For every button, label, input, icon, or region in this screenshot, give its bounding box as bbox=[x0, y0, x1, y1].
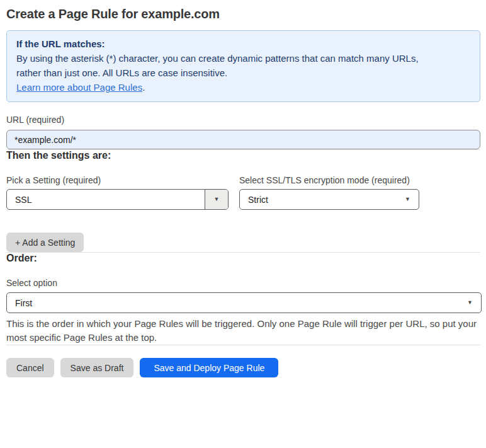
order-help-line: most specific Page Rules at the top. bbox=[6, 332, 157, 343]
setting-select-value: SSL bbox=[7, 195, 205, 205]
chevron-down-icon: ▼ bbox=[214, 197, 220, 202]
info-box-body-line: rather than just one. All URLs are case … bbox=[16, 66, 470, 80]
url-field-label: URL (required) bbox=[6, 115, 480, 125]
add-setting-button[interactable]: + Add a Setting bbox=[6, 233, 84, 252]
chevron-down-icon: ▼ bbox=[467, 300, 481, 306]
create-page-rule-form: Create a Page Rule for example.com If th… bbox=[0, 0, 486, 377]
ssl-mode-select[interactable]: Strict ▼ bbox=[239, 189, 419, 210]
setting-select-arrow-button[interactable]: ▼ bbox=[205, 190, 228, 209]
order-select-value: First bbox=[7, 298, 467, 308]
info-link-row: Learn more about Page Rules. bbox=[16, 80, 470, 95]
order-section-heading: Order: bbox=[6, 253, 480, 264]
order-help-text: This is the order in which your Page Rul… bbox=[6, 317, 480, 345]
url-match-info-box: If the URL matches: By using the asteris… bbox=[6, 30, 480, 102]
info-box-body-line: By using the asterisk (*) character, you… bbox=[16, 51, 470, 66]
order-help-line: This is the order in which your Page Rul… bbox=[6, 318, 477, 329]
footer-actions: Cancel Save as Draft Save and Deploy Pag… bbox=[6, 358, 480, 377]
setting-picker-label: Pick a Setting (required) bbox=[6, 175, 229, 185]
footer-divider bbox=[6, 345, 480, 345]
settings-section-heading: Then the settings are: bbox=[6, 150, 480, 161]
ssl-mode-select-value: Strict bbox=[240, 195, 405, 205]
page-title: Create a Page Rule for example.com bbox=[6, 5, 480, 23]
order-select[interactable]: First ▼ bbox=[6, 292, 482, 313]
save-and-deploy-button[interactable]: Save and Deploy Page Rule bbox=[140, 358, 278, 377]
order-select-label: Select option bbox=[6, 278, 480, 288]
setting-select[interactable]: SSL ▼ bbox=[6, 189, 229, 210]
chevron-down-icon: ▼ bbox=[405, 197, 419, 202]
link-period: . bbox=[142, 82, 145, 93]
save-as-draft-button[interactable]: Save as Draft bbox=[60, 358, 134, 377]
info-box-heading: If the URL matches: bbox=[16, 37, 470, 51]
ssl-mode-label: Select SSL/TLS encryption mode (required… bbox=[239, 175, 419, 185]
settings-row: Pick a Setting (required) SSL ▼ Select S… bbox=[6, 175, 480, 210]
ssl-mode-column: Select SSL/TLS encryption mode (required… bbox=[239, 175, 419, 210]
learn-more-link[interactable]: Learn more about Page Rules bbox=[16, 82, 142, 93]
setting-picker-column: Pick a Setting (required) SSL ▼ bbox=[6, 175, 229, 210]
url-input[interactable] bbox=[6, 130, 480, 149]
cancel-button[interactable]: Cancel bbox=[6, 358, 54, 377]
